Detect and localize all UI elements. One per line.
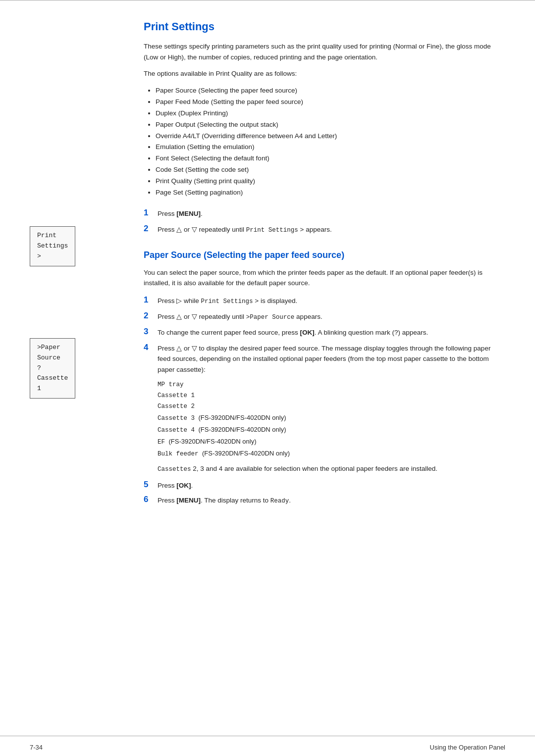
list-item: Page Set (Setting pagination) bbox=[156, 187, 505, 199]
paper-step-number-3: 3 bbox=[144, 327, 158, 337]
step-1: 1 Press [MENU]. bbox=[144, 208, 505, 219]
footer-bar: 7-34 Using the Operation Panel bbox=[0, 744, 535, 751]
paper-step-6: 6 Press [MENU]. The display returns to R… bbox=[144, 495, 505, 506]
intro-paragraph-1: These settings specify printing paramete… bbox=[144, 41, 505, 62]
content-area: Print Settings These settings specify pr… bbox=[144, 0, 505, 506]
options-list: Paper Source (Selecting the paper feed s… bbox=[156, 85, 505, 199]
list-item: Paper Output (Selecting the output stack… bbox=[156, 119, 505, 131]
paper-step-5-text: Press [OK]. bbox=[158, 480, 193, 491]
paper-step-number-4: 4 bbox=[144, 343, 158, 353]
footer-right: Using the Operation Panel bbox=[430, 744, 505, 751]
bottom-rule bbox=[0, 736, 535, 736]
code-line-2: Cassette 1 bbox=[158, 391, 505, 402]
list-item: Font Select (Selecting the default font) bbox=[156, 153, 505, 164]
list-item: Duplex (Duplex Printing) bbox=[156, 108, 505, 119]
lcd-line2: Cassette 1 bbox=[37, 374, 68, 392]
paper-source-title: Paper Source (Selecting the paper feed s… bbox=[144, 250, 505, 260]
list-item: Paper Source (Selecting the paper feed s… bbox=[156, 85, 505, 97]
paper-step-1-text: Press ▷ while Print Settings > is displa… bbox=[158, 296, 297, 306]
paper-step-4-text: Press △ or ▽ to display the desired pape… bbox=[158, 343, 505, 375]
paper-step-2-text: Press △ or ▽ repeatedly until >Paper Sou… bbox=[158, 311, 322, 322]
lcd-display-1: Print Settings > bbox=[30, 226, 75, 266]
paper-step-number-6: 6 bbox=[144, 495, 158, 504]
code-line-5: Cassette 4 (FS-3920DN/FS-4020DN only) bbox=[158, 424, 505, 436]
paper-source-intro: You can select the paper source, from wh… bbox=[144, 267, 505, 289]
paper-step-number-2: 2 bbox=[144, 311, 158, 321]
code-line-4: Cassette 3 (FS-3920DN/FS-4020DN only) bbox=[158, 412, 505, 424]
paper-step-4-container: 4 Press △ or ▽ to display the desired pa… bbox=[144, 343, 505, 475]
paper-step-3: 3 To change the current paper feed sourc… bbox=[144, 327, 505, 338]
step-2-text: Press △ or ▽ repeatedly until Print Sett… bbox=[158, 224, 332, 235]
code-line-1: MP tray bbox=[158, 380, 505, 391]
lcd-display-2: >Paper Source ? Cassette 1 bbox=[30, 338, 75, 399]
lcd-blink: ? bbox=[37, 364, 41, 372]
cassette-note: Cassettes 2, 3 and 4 are available for s… bbox=[158, 463, 505, 474]
list-item: Override A4/LT (Overriding difference be… bbox=[156, 131, 505, 142]
list-item: Code Set (Setting the code set) bbox=[156, 164, 505, 176]
step-number-1: 1 bbox=[144, 208, 158, 218]
step-2: 2 Press △ or ▽ repeatedly until Print Se… bbox=[144, 224, 505, 235]
paper-step-5: 5 Press [OK]. bbox=[144, 480, 505, 491]
list-item: Print Quality (Setting print quality) bbox=[156, 176, 505, 187]
code-line-7: Bulk feeder (FS-3920DN/FS-4020DN only) bbox=[158, 448, 505, 460]
paper-step-number-5: 5 bbox=[144, 480, 158, 490]
intro-paragraph-2: The options available in Print Quality a… bbox=[144, 68, 505, 79]
paper-step-number-1: 1 bbox=[144, 295, 158, 305]
code-line-3: Cassette 2 bbox=[158, 402, 505, 412]
lcd-line1: >Paper Source bbox=[37, 344, 60, 361]
paper-step-1: 1 Press ▷ while Print Settings > is disp… bbox=[144, 296, 505, 306]
step-1-text: Press [MENU]. bbox=[158, 208, 203, 219]
code-line-6: EF (FS-3920DN/FS-4020DN only) bbox=[158, 436, 505, 448]
list-item: Emulation (Setting the emulation) bbox=[156, 142, 505, 153]
paper-step-6-text: Press [MENU]. The display returns to Rea… bbox=[158, 495, 291, 506]
paper-step-2: 2 Press △ or ▽ repeatedly until >Paper S… bbox=[144, 311, 505, 322]
paper-step-3-text: To change the current paper feed source,… bbox=[158, 327, 428, 338]
page-container: Print Settings These settings specify pr… bbox=[0, 0, 535, 756]
paper-step-4: 4 Press △ or ▽ to display the desired pa… bbox=[144, 343, 505, 375]
print-settings-title: Print Settings bbox=[144, 20, 505, 33]
footer-left: 7-34 bbox=[30, 744, 43, 751]
list-item: Paper Feed Mode (Setting the paper feed … bbox=[156, 97, 505, 108]
code-block: MP tray Cassette 1 Cassette 2 Cassette 3… bbox=[158, 380, 505, 459]
step-number-2: 2 bbox=[144, 224, 158, 234]
